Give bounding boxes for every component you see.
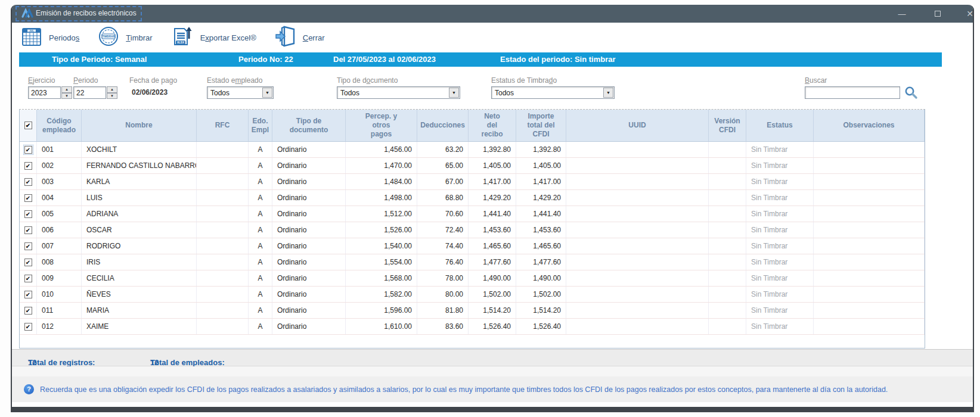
estado-empleado-label: Estado empleado [207,76,262,85]
maximize-button[interactable] [929,7,947,20]
title-bar: Emisión de recibos electrónicos — ✕ [12,5,973,23]
buscar-label: Buscar [805,76,827,85]
table-row[interactable]: ✔001XOCHILTAOrdinario1,456.0063.201,392.… [20,142,925,158]
window-bottom-border [12,407,973,412]
column-header-version: Versión CFDI [709,110,746,141]
timbrar-button[interactable]: TIMBRAR Timbrar [97,25,152,50]
periodo-down-icon[interactable]: ▼ [107,93,117,99]
periodos-button[interactable]: JUL Periodos [20,26,79,49]
maximize-icon [935,11,941,17]
periodo-tipo: Tipo de Periodo: Semanal [52,55,147,64]
screen: Emisión de recibos electrónicos — ✕ JUL [0,0,980,417]
fecha-pago-value: 02/06/2023 [132,88,168,101]
ejercicio-down-icon[interactable]: ▼ [61,93,72,99]
footer-note-text: Recuerda que es una obligación expedir l… [40,385,888,394]
excel-export-icon: XLSX [170,24,194,51]
periodo-numero: Periodo No: 22 [238,55,293,64]
table-row[interactable]: ✔011MARIAAOrdinario1,596.0081.801,514.20… [20,303,925,319]
exportar-excel-label: Exportar Excel® [200,33,256,42]
column-header-estatus: Estatus [746,110,814,141]
column-header-name: Nombre [82,110,197,141]
table-row[interactable]: ✔012XAIMEAOrdinario1,610.0083.601,526.40… [20,319,925,335]
search-input[interactable] [805,86,900,99]
fecha-pago-label: Fecha de pago [129,76,177,85]
spacer [12,366,973,376]
table-row[interactable]: ✔003KARLAAOrdinario1,484.0067.001,417.00… [20,174,925,190]
periodo-estado: Estado del periodo: Sin timbrar [500,55,616,64]
ejercicio-spinner[interactable]: 2023 ▲▼ [28,86,72,99]
app-icon [21,8,33,21]
row-checkbox[interactable]: ✔ [24,307,32,315]
stamp-icon: TIMBRAR [97,25,120,50]
ejercicio-label: Ejercicio [28,76,55,85]
table-row[interactable]: ✔007RODRIGOAOrdinario1,540.0074.401,465.… [20,238,925,254]
row-checkbox[interactable]: ✔ [24,178,32,186]
estatus-timbrado-label: Estatus de Timbrado [491,76,557,85]
column-header-rfc: RFC [197,110,249,141]
table-row[interactable]: ✔008IRISAOrdinario1,554.0076.401,477.601… [20,254,925,270]
window-title: Emisión de recibos electrónicos [36,9,137,17]
row-checkbox[interactable]: ✔ [24,146,32,154]
exit-door-icon [274,24,297,51]
column-header-neto: Neto del recibo [469,110,516,141]
chevron-down-icon[interactable]: ▼ [603,88,613,98]
column-header-doctype: Tipo de documento [272,110,346,141]
column-header-importe: Importe total del CFDI [516,110,566,141]
totals-bar: Total de registros: 12 Total de empleado… [12,349,973,366]
row-checkbox[interactable]: ✔ [24,242,32,250]
footer-note-bar: ? Recuerda que es una obligación expedir… [12,376,973,402]
row-checkbox[interactable]: ✔ [24,323,32,331]
cerrar-label: Cerrar [303,33,325,42]
estado-empleado-select[interactable]: Todos ▼ [207,86,274,99]
exportar-excel-button[interactable]: XLSX Exportar Excel® [170,24,256,51]
table-row[interactable]: ✔006OSCARAOrdinario1,526.0072.401,453.60… [20,222,925,238]
ejercicio-up-icon[interactable]: ▲ [61,86,72,93]
table-row[interactable]: ✔005ADRIANAAOrdinario1,512.0070.601,441.… [20,206,925,222]
row-checkbox[interactable]: ✔ [24,275,32,282]
timbrar-label: Timbrar [126,33,152,42]
cerrar-button[interactable]: Cerrar [274,24,325,51]
table-body: ✔001XOCHILTAOrdinario1,456.0063.201,392.… [20,142,925,335]
row-checkbox[interactable]: ✔ [24,291,32,298]
row-checkbox[interactable]: ✔ [24,259,32,266]
employees-table: ✔ Código empleadoNombreRFCEdo. EmplTipo … [19,109,925,348]
search-icon[interactable] [904,86,918,102]
estatus-timbrado-select[interactable]: Todos ▼ [491,86,615,99]
column-header-code: Código empleado [37,110,82,141]
column-header-obs: Observaciones [814,110,925,141]
row-checkbox[interactable]: ✔ [24,210,32,218]
periodo-rango: Del 27/05/2023 al 02/06/2023 [333,55,436,64]
help-icon: ? [24,384,34,394]
column-header-percep: Percep. y otros pagos [346,110,417,141]
column-header-edo: Edo. Empl [249,110,272,141]
row-checkbox[interactable]: ✔ [24,226,32,234]
periodo-spinner[interactable]: 22 ▲▼ [73,86,117,99]
periodo-label: Periodo [73,76,98,85]
svg-text:TIMBRAR: TIMBRAR [103,35,116,38]
chevron-down-icon[interactable]: ▼ [262,88,272,98]
periodos-label: Periodos [49,33,79,42]
calendar-icon: JUL [20,26,43,49]
chevron-down-icon[interactable]: ▼ [449,88,459,98]
tipo-documento-label: Tipo de documento [337,76,398,85]
tipo-documento-select[interactable]: Todos ▼ [337,86,460,99]
table-row[interactable]: ✔002FERNANDO CASTILLO NABARROAOrdinario1… [20,158,925,174]
table-row[interactable]: ✔009CECILIAAOrdinario1,568.0078.001,490.… [20,270,925,287]
table-row[interactable]: ✔010ÑEVESAOrdinario1,582.0080.001,502.00… [20,287,925,303]
toolbar: JUL Periodos TIMBRAR [12,23,973,52]
row-checkbox[interactable]: ✔ [24,162,32,170]
row-checkbox[interactable]: ✔ [24,194,32,202]
table-row[interactable]: ✔004LUISAOrdinario1,498.0068.801,429.201… [20,190,925,206]
minimize-button[interactable]: — [893,7,911,20]
close-button[interactable]: ✕ [961,7,979,20]
select-all-checkbox[interactable]: ✔ [24,122,32,129]
table-header-row: ✔ Código empleadoNombreRFCEdo. EmplTipo … [20,110,925,142]
app-window: Emisión de recibos electrónicos — ✕ JUL [11,5,974,412]
select-all-cell: ✔ [20,110,37,141]
svg-text:JUL: JUL [29,29,34,32]
column-header-deduc: Deducciones [417,110,469,141]
svg-text:XLSX: XLSX [177,41,185,44]
periodo-up-icon[interactable]: ▲ [107,86,117,93]
period-info-bar: Tipo de Periodo: Semanal Periodo No: 22 … [19,52,942,67]
column-header-uuid: UUID [566,110,709,141]
